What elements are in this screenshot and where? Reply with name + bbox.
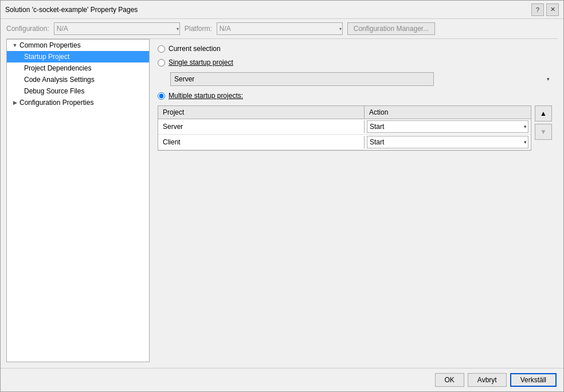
config-row: Configuration: N/A ▾ Platform: N/A ▾ Con… xyxy=(1,19,563,38)
config-label: Configuration: xyxy=(6,25,49,33)
platform-select[interactable]: N/A xyxy=(217,22,343,35)
help-button[interactable]: ? xyxy=(531,3,544,16)
radio-multiple-startup-label[interactable]: Multiple startup projects: xyxy=(169,92,243,100)
main-content: ▼ Common Properties Startup Project Proj… xyxy=(1,39,563,368)
config-select[interactable]: N/A xyxy=(54,22,180,35)
tree-config-toggle-icon: ▶ xyxy=(10,100,19,105)
tree-root-label: Common Properties xyxy=(19,41,81,49)
tree-root-common-properties[interactable]: ▼ Common Properties xyxy=(7,40,149,51)
tree-item-startup-project[interactable]: Startup Project xyxy=(7,51,149,62)
tree-config-label: Configuration Properties xyxy=(19,99,93,107)
tree-panel: ▼ Common Properties Startup Project Proj… xyxy=(6,39,150,362)
server-action-select-wrap: Start None Start without debugging ▾ xyxy=(367,120,528,133)
updown-buttons: ▲ ▼ xyxy=(535,105,552,151)
config-manager-button[interactable]: Configuration Manager... xyxy=(347,22,435,35)
table-row: Server Start None Start without debuggin… xyxy=(158,119,531,135)
radio-multiple-startup-row: Multiple startup projects: xyxy=(158,92,552,100)
radio-current-selection[interactable] xyxy=(158,45,165,53)
row-server-project: Server xyxy=(158,120,365,133)
tree-item-project-dependencies[interactable]: Project Dependencies xyxy=(7,62,149,74)
radio-current-selection-row: Current selection xyxy=(158,45,552,53)
multiple-startup-section: Project Action Server Start None Start w… xyxy=(158,105,552,151)
row-client-action: Start None Start without debugging ▾ xyxy=(365,135,531,150)
move-up-button[interactable]: ▲ xyxy=(535,105,552,121)
platform-select-wrap: N/A ▾ xyxy=(217,22,343,35)
row-client-project: Client xyxy=(158,136,365,148)
tree-config-properties[interactable]: ▶ Configuration Properties xyxy=(7,97,149,108)
table-header: Project Action xyxy=(158,106,531,119)
col-project-header: Project xyxy=(158,106,365,119)
apply-button[interactable]: Verkställ xyxy=(510,373,557,387)
client-action-select-wrap: Start None Start without debugging ▾ xyxy=(367,136,528,148)
close-button[interactable]: ✕ xyxy=(546,3,559,16)
platform-label: Platform: xyxy=(185,25,212,33)
table-row: Client Start None Start without debuggin… xyxy=(158,135,531,150)
title-controls: ? ✕ xyxy=(531,3,559,16)
ok-button[interactable]: OK xyxy=(435,373,464,387)
tree-root-toggle-icon: ▼ xyxy=(10,42,19,48)
row-server-action: Start None Start without debugging ▾ xyxy=(365,119,531,134)
property-pages-dialog: Solution 'c-socket-example' Property Pag… xyxy=(0,0,564,392)
radio-current-selection-label[interactable]: Current selection xyxy=(169,45,221,53)
config-select-wrap: N/A ▾ xyxy=(54,22,180,35)
client-action-select[interactable]: Start None Start without debugging xyxy=(367,136,528,148)
cancel-button[interactable]: Avbryt xyxy=(468,373,507,387)
dialog-title: Solution 'c-socket-example' Property Pag… xyxy=(5,6,138,14)
server-action-select[interactable]: Start None Start without debugging xyxy=(367,120,528,133)
right-panel: Current selection Single startup project… xyxy=(150,39,558,362)
move-down-button[interactable]: ▼ xyxy=(535,124,552,140)
tree-item-debug-source[interactable]: Debug Source Files xyxy=(7,85,149,97)
tree-child-label-code-analysis: Code Analysis Settings xyxy=(24,76,95,84)
tree-child-label-debug-source: Debug Source Files xyxy=(24,87,84,95)
single-dropdown-chevron-icon: ▾ xyxy=(547,76,550,82)
tree-child-label-startup: Startup Project xyxy=(24,53,69,61)
col-action-header: Action xyxy=(365,106,531,119)
radio-single-startup[interactable] xyxy=(158,59,165,66)
bottom-bar: OK Avbryt Verkställ xyxy=(1,368,563,391)
single-startup-dropdown-wrap: Server ▾ xyxy=(170,72,552,86)
tree-item-code-analysis[interactable]: Code Analysis Settings xyxy=(7,74,149,85)
single-startup-dropdown[interactable]: Server xyxy=(170,72,434,86)
title-bar: Solution 'c-socket-example' Property Pag… xyxy=(1,1,563,19)
radio-single-startup-label[interactable]: Single startup project xyxy=(169,58,233,66)
radio-single-startup-row: Single startup project xyxy=(158,58,552,66)
tree-child-label-dependencies: Project Dependencies xyxy=(24,64,91,72)
projects-table: Project Action Server Start None Start w… xyxy=(158,105,531,151)
radio-multiple-startup[interactable] xyxy=(158,92,165,100)
